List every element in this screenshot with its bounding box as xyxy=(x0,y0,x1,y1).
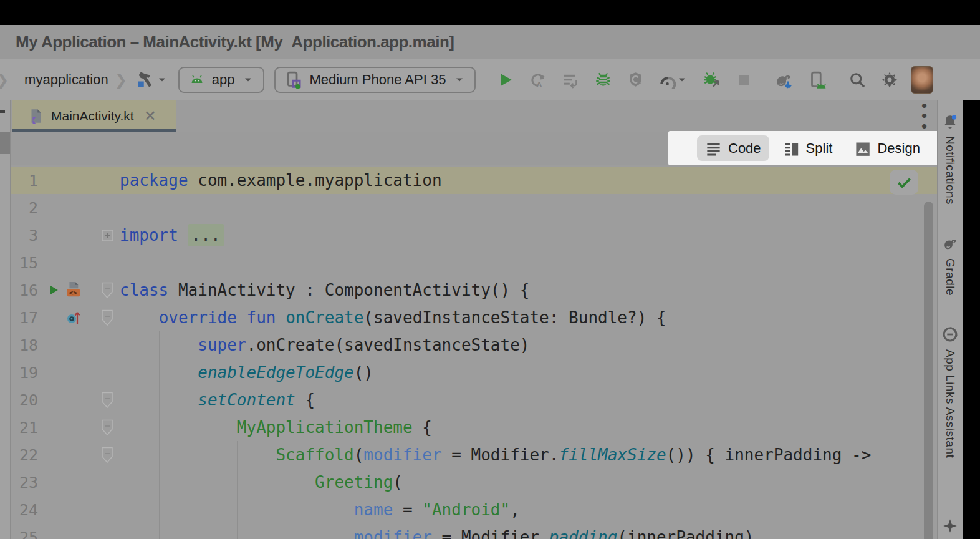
run-configuration-label: app xyxy=(212,72,235,88)
window-title: My Application – MainActivity.kt [My_App… xyxy=(16,32,454,52)
inspections-widget[interactable] xyxy=(890,170,918,195)
settings-button[interactable] xyxy=(873,66,906,94)
code-lines-icon xyxy=(705,140,722,157)
profiler-button[interactable] xyxy=(651,66,695,94)
breadcrumb-chevron-icon: ❯ xyxy=(0,71,9,89)
fold-minus-icon[interactable] xyxy=(100,447,115,464)
fold-plus-icon[interactable] xyxy=(100,230,115,241)
fold-minus-icon[interactable] xyxy=(100,282,115,299)
view-mode-label: Design xyxy=(877,140,920,157)
code-line[interactable]: 2 xyxy=(11,194,937,221)
code-line[interactable]: 17 override fun onCreate(savedInstanceSt… xyxy=(11,304,937,331)
view-mode-code[interactable]: Code xyxy=(697,135,769,161)
line-number: 3 xyxy=(11,226,38,245)
stop-button[interactable] xyxy=(728,66,760,94)
apply-changes-button[interactable]: A xyxy=(522,66,554,94)
gradle-icon xyxy=(941,235,959,252)
code-line[interactable]: 23 Greeting( xyxy=(11,469,937,496)
gauge-icon xyxy=(658,71,676,89)
code-line[interactable]: 19 enableEdgeToEdge() xyxy=(11,359,937,386)
line-number: 17 xyxy=(11,309,38,327)
code-line[interactable]: 3import ... xyxy=(11,221,937,249)
compose-icon[interactable]: <> xyxy=(65,281,80,299)
code-line[interactable]: 24 name = "Android", xyxy=(11,496,937,523)
code-text: Greeting( xyxy=(120,473,403,492)
android-icon xyxy=(188,72,206,87)
profile-button[interactable] xyxy=(619,66,651,94)
view-mode-split[interactable]: Split xyxy=(775,135,841,161)
toolbar-actions: A xyxy=(489,66,933,94)
sync-project-button[interactable] xyxy=(768,66,800,94)
sparkle-icon[interactable] xyxy=(938,518,963,534)
kebab-menu-icon[interactable]: ••• xyxy=(921,100,927,130)
device-manager-button[interactable] xyxy=(800,66,833,94)
line-number: 23 xyxy=(11,473,38,492)
tool-window-button-gradle[interactable]: Gradle xyxy=(941,235,959,296)
code-swap-icon xyxy=(562,71,579,89)
attach-debugger-button[interactable] xyxy=(695,66,728,94)
tool-window-label: Notifications xyxy=(943,136,957,205)
code-text: package com.example.myapplication xyxy=(120,171,442,190)
gutter-icons xyxy=(38,308,100,327)
chevron-down-icon[interactable] xyxy=(156,74,168,86)
stripe-selected-indicator[interactable] xyxy=(0,132,10,154)
stripe-dash-icon xyxy=(0,110,5,113)
code-line[interactable]: 16<>class MainActivity : ComponentActivi… xyxy=(11,276,937,304)
tool-window-button-app-links-assistant[interactable]: App Links Assistant xyxy=(941,326,959,458)
restart-icon: A xyxy=(529,71,547,89)
tab-label: MainActivity.kt xyxy=(51,109,134,124)
code-line[interactable]: 22 Scaffold(modifier = Modifier.fillMaxS… xyxy=(11,441,937,469)
code-text: Scaffold(modifier = Modifier.fillMaxSize… xyxy=(120,445,871,464)
editor-tab-bar: MainActivity.kt ✕ ••• xyxy=(11,100,937,132)
tool-window-button-notifications[interactable]: Notifications xyxy=(942,114,958,205)
build-button[interactable] xyxy=(133,67,156,92)
fold-minus-icon[interactable] xyxy=(100,392,115,409)
design-icon xyxy=(854,140,871,157)
code-editor[interactable]: 1package com.example.myapplication23impo… xyxy=(11,165,937,539)
vertical-scrollbar[interactable] xyxy=(924,202,933,539)
tab-mainactivity[interactable]: MainActivity.kt ✕ xyxy=(12,100,176,132)
run-configuration-select[interactable]: app xyxy=(178,67,265,93)
toolbar-separator xyxy=(837,67,837,92)
line-number: 24 xyxy=(11,501,38,519)
code-text: class MainActivity : ComponentActivity()… xyxy=(120,281,529,299)
search-icon xyxy=(848,71,866,89)
search-everywhere-button[interactable] xyxy=(841,66,873,94)
line-number: 2 xyxy=(11,199,38,217)
android-studio-window: My Application – MainActivity.kt [My_App… xyxy=(0,0,980,539)
left-tool-window-stripe[interactable] xyxy=(0,100,11,539)
hammer-icon xyxy=(135,70,154,89)
code-line[interactable]: 21 MyApplicationTheme { xyxy=(11,414,937,441)
code-text: super.onCreate(savedInstanceState) xyxy=(120,336,529,354)
code-line[interactable]: 15 xyxy=(11,249,937,276)
device-select[interactable]: Medium Phone API 35 xyxy=(274,67,476,93)
view-mode-label: Split xyxy=(806,140,833,157)
code-line[interactable]: 20 setContent { xyxy=(11,386,937,414)
run-button[interactable] xyxy=(489,66,522,94)
gutter-icons: <> xyxy=(38,281,100,299)
code-lines: 1package com.example.myapplication23impo… xyxy=(11,167,937,539)
close-icon[interactable]: ✕ xyxy=(144,109,156,124)
blank xyxy=(47,308,62,327)
code-text: modifier = Modifier.padding(innerPadding… xyxy=(120,528,754,539)
code-line[interactable]: 18 super.onCreate(savedInstanceState) xyxy=(11,331,937,359)
fold-minus-icon[interactable] xyxy=(100,309,115,326)
avatar[interactable] xyxy=(911,66,933,94)
code-line[interactable]: 1package com.example.myapplication xyxy=(11,167,937,194)
override-icon[interactable] xyxy=(65,308,80,327)
apply-code-changes-button[interactable] xyxy=(554,66,587,94)
debug-button[interactable] xyxy=(587,66,619,94)
chevron-down-icon xyxy=(453,74,466,86)
view-mode-design[interactable]: Design xyxy=(846,135,928,161)
line-number: 19 xyxy=(11,364,38,382)
fold-minus-icon[interactable] xyxy=(100,419,115,436)
run-icon[interactable] xyxy=(47,281,62,299)
tool-window-label: Gradle xyxy=(943,258,957,296)
code-line[interactable]: 25 modifier = Modifier.padding(innerPadd… xyxy=(11,523,937,539)
code-text: setContent { xyxy=(120,391,315,409)
gear-icon xyxy=(881,71,898,89)
breadcrumb[interactable]: myapplication xyxy=(24,72,108,88)
title-bar: My Application – MainActivity.kt [My_App… xyxy=(0,25,980,59)
main-toolbar: ❯ myapplication ❯ app Medium Phone API 3… xyxy=(0,59,980,100)
gradle-sync-icon xyxy=(775,70,794,89)
